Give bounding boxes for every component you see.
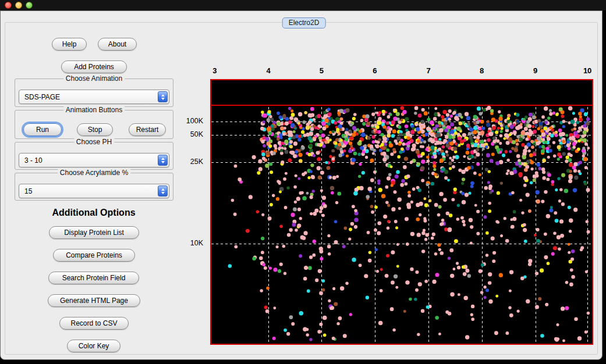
combo-arrows-icon (158, 91, 168, 102)
window-title-tab: Electro2D (282, 17, 326, 28)
x-tick-label: 10 (583, 66, 591, 75)
close-button[interactable] (5, 2, 12, 9)
animation-select-value: SDS-PAGE (24, 93, 60, 101)
zoom-button[interactable] (26, 2, 33, 9)
group-choose-acrylamide-label: Choose Acrylamide % (58, 169, 130, 177)
acrylamide-select-value: 15 (24, 187, 32, 195)
gel-canvas (210, 79, 593, 345)
run-button[interactable]: Run (23, 123, 62, 136)
x-tick-label: 7 (426, 66, 430, 75)
x-tick-label: 8 (480, 66, 484, 75)
display-protein-list-button[interactable]: Display Protein List (49, 226, 139, 239)
y-tick-label: 10K (190, 239, 203, 247)
group-animation-buttons: Animation Buttons Run Stop Restart (15, 110, 173, 139)
y-tick-label: 25K (190, 158, 203, 166)
y-tick-label: 100K (186, 117, 203, 125)
restart-button[interactable]: Restart (129, 123, 166, 136)
record-to-csv-button[interactable]: Record to CSV (59, 317, 129, 330)
group-choose-ph-label: Choose PH (74, 138, 114, 146)
x-tick-label: 3 (212, 66, 217, 75)
combo-arrows-icon (158, 155, 168, 166)
combo-arrows-icon (158, 185, 168, 197)
generate-html-page-button[interactable]: Generate HTML Page (48, 294, 140, 307)
animation-select[interactable]: SDS-PAGE (19, 90, 169, 104)
x-tick-label: 5 (320, 66, 324, 75)
app-window: Electro2D Help About Add Proteins Choose… (0, 10, 603, 360)
help-button[interactable]: Help (52, 38, 87, 51)
group-animation-buttons-label: Animation Buttons (63, 106, 125, 114)
group-choose-ph: Choose PH 3 - 10 (15, 142, 173, 170)
color-key-button[interactable]: Color Key (67, 340, 121, 352)
stop-button[interactable]: Stop (77, 123, 113, 136)
group-choose-animation-label: Choose Animation (63, 74, 125, 83)
x-tick-label: 9 (533, 66, 537, 75)
additional-options-heading: Additional Options (1, 208, 187, 218)
search-protein-field-button[interactable]: Search Protein Field (48, 272, 139, 284)
minimize-button[interactable] (15, 2, 22, 9)
group-choose-acrylamide: Choose Acrylamide % 15 (15, 173, 173, 201)
y-axis: 100K50K25K10K (175, 79, 207, 345)
compare-proteins-button[interactable]: Compare Proteins (53, 249, 135, 262)
desktop: { "window": { "app_tab": "Electro2D" }, … (0, 0, 606, 364)
acrylamide-select[interactable]: 15 (19, 184, 169, 198)
ph-select-value: 3 - 10 (24, 156, 42, 165)
x-tick-label: 6 (373, 66, 377, 75)
x-axis: 345678910 (210, 66, 593, 76)
ph-select[interactable]: 3 - 10 (19, 153, 169, 167)
group-choose-animation: Choose Animation SDS-PAGE (15, 78, 173, 107)
x-tick-label: 4 (266, 66, 270, 75)
add-proteins-button[interactable]: Add Proteins (61, 60, 127, 73)
y-tick-label: 50K (190, 130, 203, 138)
titlebar (0, 0, 606, 10)
about-button[interactable]: About (98, 38, 137, 51)
